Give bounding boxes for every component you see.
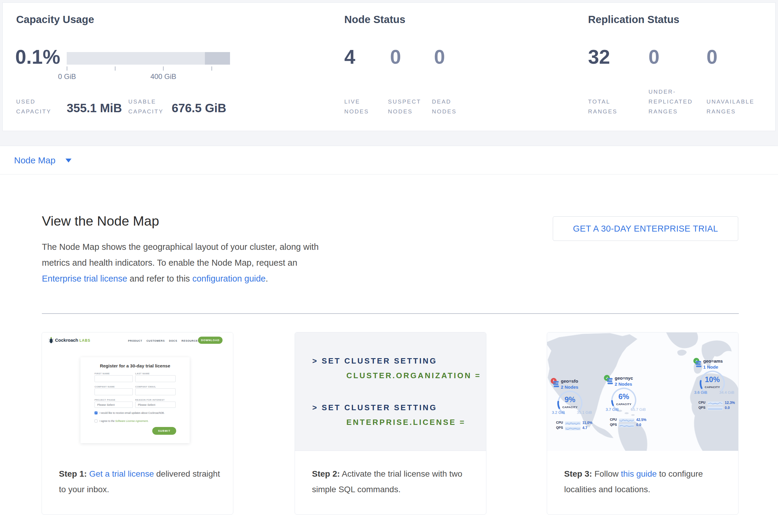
email-updates-checkbox-label: I would like to receive email updates ab… xyxy=(100,411,164,414)
capacity-gauge-label: CAPACITY xyxy=(610,402,638,406)
capacity-bar-tick xyxy=(67,66,67,71)
cpu-row: CPU 12.3% xyxy=(698,401,738,405)
live-nodes-count: 4 xyxy=(344,47,355,67)
capacity-percent: 10% xyxy=(698,375,726,384)
company-name-label: COMPANY NAME xyxy=(94,385,115,388)
view-selector-bar: Node Map xyxy=(0,146,778,174)
step3-caption: Step 3: Follow this guide to configure l… xyxy=(564,466,728,497)
site-nav-item: CUSTOMERS xyxy=(147,339,165,342)
sql-command-1: > SET CLUSTER SETTING xyxy=(312,356,437,366)
capacity-usage-title: Capacity Usage xyxy=(16,13,94,25)
capacity-bar-tick-label: 0 GiB xyxy=(58,72,76,81)
capacity-percent: 9% xyxy=(556,395,584,404)
cpu-value: 12.3% xyxy=(725,401,735,405)
site-nav-item: DOCS xyxy=(169,339,177,342)
total-ranges-count: 32 xyxy=(588,47,610,67)
view-mode-selected-label: Node Map xyxy=(14,155,55,165)
qps-label: QPS xyxy=(610,423,617,427)
capacity-bar-tick xyxy=(115,66,115,71)
total-ranges-label: TOTAL RANGES xyxy=(588,97,617,117)
capacity-used-percent: 0.1% xyxy=(15,47,60,67)
this-guide-link[interactable]: this guide xyxy=(621,469,657,478)
company-name-input xyxy=(94,388,133,395)
section-divider xyxy=(42,313,739,314)
sql-argument-2: ENTERPRISE.LICENSE = xyxy=(346,418,465,427)
step1-label: Step 1: xyxy=(59,469,87,478)
trial-license-form: Register for a 30-day trial license FIRS… xyxy=(80,357,189,443)
qps-label: QPS xyxy=(556,426,563,429)
capacity-gauge: 9% CAPACITY 3.2 GiB 35.1 GiB xyxy=(556,389,584,417)
cockroach-logo-icon xyxy=(49,336,54,345)
cpu-value: 42.5% xyxy=(636,418,646,422)
capacity-total-value: 35.1 GiB xyxy=(574,410,592,415)
capacity-gauge: 6% CAPACITY 3.7 GiB 65.7 GiB xyxy=(610,386,638,414)
sql-commands-illustration: > SET CLUSTER SETTING CLUSTER.ORGANIZATI… xyxy=(295,332,486,451)
used-capacity-label: USED CAPACITY xyxy=(16,97,52,117)
license-agreement-checkbox-label: I agree to the Software License Agreemen… xyxy=(100,420,149,423)
capacity-bar-tick-label: 400 GiB xyxy=(150,72,176,81)
node-status-title: Node Status xyxy=(344,13,405,25)
first-name-input xyxy=(94,375,133,382)
project-phase-select: Please Select xyxy=(94,401,133,408)
suspect-nodes-count: 0 xyxy=(390,47,401,67)
dead-nodes-count: 0 xyxy=(434,47,445,67)
cockroach-brand-text: CockroachLABS xyxy=(55,337,90,343)
cluster-node-count: 2 Nodes xyxy=(615,381,632,387)
capacity-bar-tick xyxy=(212,66,212,71)
intro-text-part: The Node Map shows the geographical layo… xyxy=(42,242,319,268)
cluster-node-count: 1 Node xyxy=(703,365,718,370)
intro-description: The Node Map shows the geographical layo… xyxy=(42,239,326,287)
last-name-label: LAST NAME xyxy=(135,372,150,375)
step3-label: Step 3: xyxy=(564,469,592,478)
capacity-gauge-label: CAPACITY xyxy=(698,385,726,389)
cpu-label: CPU xyxy=(556,421,563,424)
sql-argument-1: CLUSTER.ORGANIZATION = xyxy=(346,371,481,380)
enterprise-trial-button[interactable]: GET A 30-DAY ENTERPRISE TRIAL xyxy=(553,216,738,241)
suspect-nodes-label: SUSPECT NODES xyxy=(388,97,421,117)
capacity-percent: 6% xyxy=(610,392,638,401)
license-agreement-checkbox xyxy=(94,420,97,423)
capacity-total-value: 34.4 GiB xyxy=(716,390,734,395)
capacity-bar-reserved-segment xyxy=(205,52,230,65)
get-trial-license-link[interactable]: Get a trial license xyxy=(89,469,154,478)
company-email-label: COMPANY EMAIL xyxy=(135,385,156,388)
qps-sparkline-icon xyxy=(619,423,634,429)
form-title: Register for a 30-day trial license xyxy=(80,363,189,368)
dead-nodes-label: DEAD NODES xyxy=(432,97,457,117)
step1-caption: Step 1: Get a trial license delivered st… xyxy=(59,466,223,497)
usable-capacity-value: 676.5 GiB xyxy=(172,101,226,115)
configuration-guide-link[interactable]: configuration guide xyxy=(192,274,265,283)
view-mode-dropdown[interactable]: Node Map xyxy=(14,146,72,175)
reason-for-interest-label: REASON FOR INTEREST xyxy=(135,398,165,401)
cpu-label: CPU xyxy=(698,401,705,404)
cluster-locality-label: geo=sfo xyxy=(561,379,578,384)
database-icon xyxy=(607,378,613,386)
enterprise-trial-license-link[interactable]: Enterprise trial license xyxy=(42,274,127,283)
step2-label: Step 2: xyxy=(312,469,340,478)
cpu-value: 11.0% xyxy=(582,421,592,425)
unavailable-ranges-count: 0 xyxy=(706,47,718,67)
replication-status-title: Replication Status xyxy=(588,13,679,25)
cluster-locality-label: geo=ams xyxy=(703,359,723,364)
step2-card: > SET CLUSTER SETTING CLUSTER.ORGANIZATI… xyxy=(295,332,486,515)
download-pill-button: DOWNLOAD xyxy=(198,336,223,344)
intro-text-part: . xyxy=(265,274,268,283)
node-map-preview: 1 geo=sfo 2 Nodes 9% CAPACITY 3.2 GiB xyxy=(547,332,738,451)
email-updates-checkbox: ✓ xyxy=(94,411,97,414)
chevron-down-icon xyxy=(66,159,72,162)
qps-row: QPS 4.7 xyxy=(556,426,598,430)
capacity-gauge-label: CAPACITY xyxy=(556,405,584,409)
site-nav-item: RESOURCES xyxy=(181,339,200,342)
capacity-used-value: 3.2 GiB xyxy=(552,410,565,415)
live-nodes-label: LIVE NODES xyxy=(344,97,369,117)
capacity-gauge: 10% CAPACITY 3.6 GiB 34.4 GiB xyxy=(698,369,726,397)
last-name-input xyxy=(135,375,175,382)
cluster-summary-panel: Capacity Usage 0.1% 0 GiB 400 GiB USED C… xyxy=(2,2,776,131)
unavailable-ranges-label: UNAVAILABLE RANGES xyxy=(706,97,754,117)
cluster-locality-label: geo=nyc xyxy=(615,376,633,381)
page-title: View the Node Map xyxy=(42,213,159,229)
company-email-input xyxy=(135,388,175,395)
node-map-intro-section: View the Node Map The Node Map shows the… xyxy=(0,174,778,532)
capacity-used-value: 3.7 GiB xyxy=(606,407,619,412)
signup-site-thumbnail: CockroachLABS PRODUCT CUSTOMERS DOCS RES… xyxy=(42,332,233,466)
